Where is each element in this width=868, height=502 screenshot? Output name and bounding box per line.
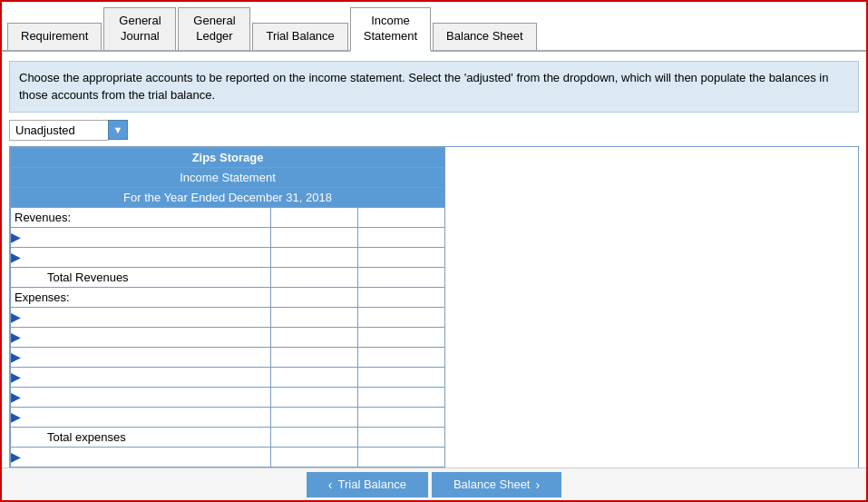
marker-exp1: ▶: [11, 310, 20, 324]
total-expenses-row: Total expenses: [11, 427, 445, 447]
tab-general-ledger[interactable]: GeneralLedger: [178, 7, 250, 50]
tabs-bar: Requirement GeneralJournal GeneralLedger…: [2, 2, 866, 52]
expense-row-5[interactable]: ▶: [11, 387, 445, 407]
expense-amount-2[interactable]: [271, 328, 357, 347]
marker-exp5: ▶: [11, 390, 20, 404]
revenue-input-2[interactable]: [22, 250, 270, 265]
revenue-row-2[interactable]: ▶: [11, 247, 445, 267]
net-income-row[interactable]: ▶: [11, 447, 445, 467]
expense-input-5[interactable]: [22, 389, 270, 405]
total-revenues-row: Total Revenues: [11, 267, 445, 287]
marker-exp6: ▶: [11, 410, 20, 424]
expense-input-2[interactable]: [22, 330, 270, 345]
expense-amount-4[interactable]: [271, 368, 357, 387]
dropdown-arrow-icon[interactable]: ▼: [108, 120, 128, 140]
revenue-amount-1[interactable]: [271, 228, 357, 247]
net-income-amount[interactable]: [271, 448, 357, 467]
expense-amount-3[interactable]: [271, 348, 357, 367]
expense-amount-5[interactable]: [271, 388, 357, 407]
expenses-header-row: Expenses:: [11, 287, 445, 307]
expense-input-1[interactable]: [22, 310, 270, 325]
revenue-row-1[interactable]: ▶: [11, 227, 445, 247]
revenue-amount-2[interactable]: [271, 248, 357, 267]
marker-exp4: ▶: [11, 370, 20, 384]
revenues-header-row: Revenues:: [11, 207, 445, 227]
company-name-row: Zips Storage: [11, 147, 445, 167]
expense-row-3[interactable]: ▶: [11, 347, 445, 367]
dropdown-row: Unadjusted Adjusted ▼: [9, 120, 859, 141]
period-row: For the Year Ended December 31, 2018: [11, 187, 445, 207]
revenue-input-1[interactable]: [22, 230, 270, 245]
expense-input-6[interactable]: [22, 409, 270, 425]
expense-input-3[interactable]: [22, 349, 270, 365]
marker-last: ▶: [11, 450, 20, 464]
expense-input-4[interactable]: [22, 369, 270, 385]
tab-trial-balance[interactable]: Trial Balance: [252, 23, 347, 50]
expense-row-1[interactable]: ▶: [11, 307, 445, 327]
net-income-input[interactable]: [22, 449, 270, 465]
statement-title-row: Income Statement: [11, 167, 445, 187]
prev-arrow-icon: ‹: [328, 477, 333, 492]
next-arrow-icon: ›: [535, 477, 540, 492]
expense-row-6[interactable]: ▶: [11, 407, 445, 427]
prev-button[interactable]: ‹ Trial Balance: [307, 472, 428, 497]
expense-amount-1[interactable]: [271, 308, 357, 327]
marker-exp3: ▶: [11, 350, 20, 364]
marker-rev1: ▶: [11, 231, 20, 244]
next-button[interactable]: Balance Sheet ›: [432, 472, 561, 497]
expense-amount-6[interactable]: [271, 408, 357, 427]
tab-balance-sheet[interactable]: Balance Sheet: [433, 23, 537, 50]
expense-row-2[interactable]: ▶: [11, 327, 445, 347]
bottom-navigation: ‹ Trial Balance Balance Sheet ›: [2, 468, 866, 500]
expense-row-4[interactable]: ▶: [11, 367, 445, 387]
info-box: Choose the appropriate accounts to be re…: [9, 61, 859, 113]
adjustment-dropdown[interactable]: Unadjusted Adjusted: [9, 120, 109, 141]
income-statement-table: Zips Storage Income Statement For the Ye…: [9, 146, 859, 468]
tab-income-statement[interactable]: IncomeStatement: [350, 7, 431, 52]
tab-requirement[interactable]: Requirement: [7, 23, 102, 50]
marker-rev2: ▶: [11, 251, 20, 264]
tab-general-journal[interactable]: GeneralJournal: [103, 7, 176, 50]
marker-exp2: ▶: [11, 330, 20, 344]
